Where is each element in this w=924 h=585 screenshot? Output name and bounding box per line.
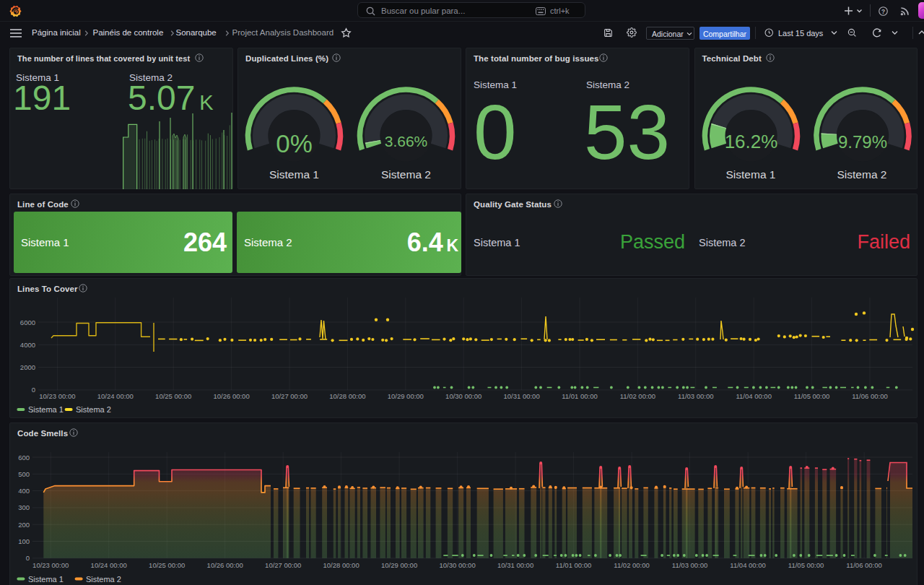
svg-text:Sistema 1: Sistema 1: [28, 575, 64, 584]
svg-text:16.2%: 16.2%: [724, 131, 777, 152]
svg-text:11/02 00:00: 11/02 00:00: [620, 392, 655, 400]
svg-text:10/23 00:00: 10/23 00:00: [39, 392, 75, 400]
svg-text:11/06 00:00: 11/06 00:00: [852, 392, 887, 400]
svg-text:500: 500: [18, 470, 30, 478]
svg-text:11/03 00:00: 11/03 00:00: [678, 392, 713, 400]
svg-text:10/25 00:00: 10/25 00:00: [149, 561, 185, 569]
svg-text:10/23 00:00: 10/23 00:00: [32, 561, 69, 569]
svg-text:10/29 00:00: 10/29 00:00: [388, 392, 424, 400]
svg-text:10/30 00:00: 10/30 00:00: [440, 561, 476, 569]
svg-text:2000: 2000: [20, 363, 35, 371]
svg-text:10/24 00:00: 10/24 00:00: [91, 561, 127, 569]
svg-text:100: 100: [18, 537, 30, 545]
svg-text:11/04 00:00: 11/04 00:00: [736, 392, 771, 400]
svg-text:10/26 00:00: 10/26 00:00: [207, 561, 243, 569]
svg-text:Sistema 2: Sistema 2: [86, 575, 121, 584]
svg-text:0: 0: [32, 386, 35, 394]
svg-text:6000: 6000: [20, 318, 35, 326]
svg-text:11/04 00:00: 11/04 00:00: [730, 561, 765, 569]
svg-text:200: 200: [18, 521, 30, 529]
svg-text:Sistema 2: Sistema 2: [76, 405, 111, 414]
svg-text:10/24 00:00: 10/24 00:00: [97, 392, 134, 400]
svg-text:400: 400: [18, 487, 30, 495]
svg-text:10/28 00:00: 10/28 00:00: [323, 561, 359, 569]
svg-text:Sistema 1: Sistema 1: [28, 405, 64, 414]
svg-text:11/01 00:00: 11/01 00:00: [556, 561, 591, 569]
svg-text:10/29 00:00: 10/29 00:00: [381, 561, 417, 569]
svg-text:10/26 00:00: 10/26 00:00: [214, 392, 250, 400]
svg-text:9.79%: 9.79%: [837, 132, 886, 152]
svg-text:11/06 00:00: 11/06 00:00: [846, 561, 881, 569]
svg-text:10/31 00:00: 10/31 00:00: [497, 561, 533, 569]
svg-text:10/27 00:00: 10/27 00:00: [271, 392, 308, 400]
svg-text:?: ?: [881, 8, 885, 15]
svg-text:0: 0: [26, 554, 30, 562]
svg-text:300: 300: [18, 503, 30, 511]
svg-text:10/31 00:00: 10/31 00:00: [504, 392, 540, 400]
svg-text:0%: 0%: [276, 129, 313, 157]
svg-text:11/05 00:00: 11/05 00:00: [788, 561, 824, 569]
svg-text:4000: 4000: [20, 341, 35, 349]
svg-text:3.66%: 3.66%: [385, 133, 428, 150]
svg-text:10/28 00:00: 10/28 00:00: [329, 392, 365, 400]
svg-text:10/25 00:00: 10/25 00:00: [155, 392, 191, 400]
svg-text:10/30 00:00: 10/30 00:00: [445, 392, 481, 400]
svg-text:11/03 00:00: 11/03 00:00: [672, 561, 707, 569]
svg-text:600: 600: [18, 454, 30, 462]
svg-text:10/27 00:00: 10/27 00:00: [265, 561, 301, 569]
svg-text:11/01 00:00: 11/01 00:00: [562, 392, 597, 400]
svg-text:11/02 00:00: 11/02 00:00: [614, 561, 649, 569]
svg-text:11/05 00:00: 11/05 00:00: [794, 392, 829, 400]
